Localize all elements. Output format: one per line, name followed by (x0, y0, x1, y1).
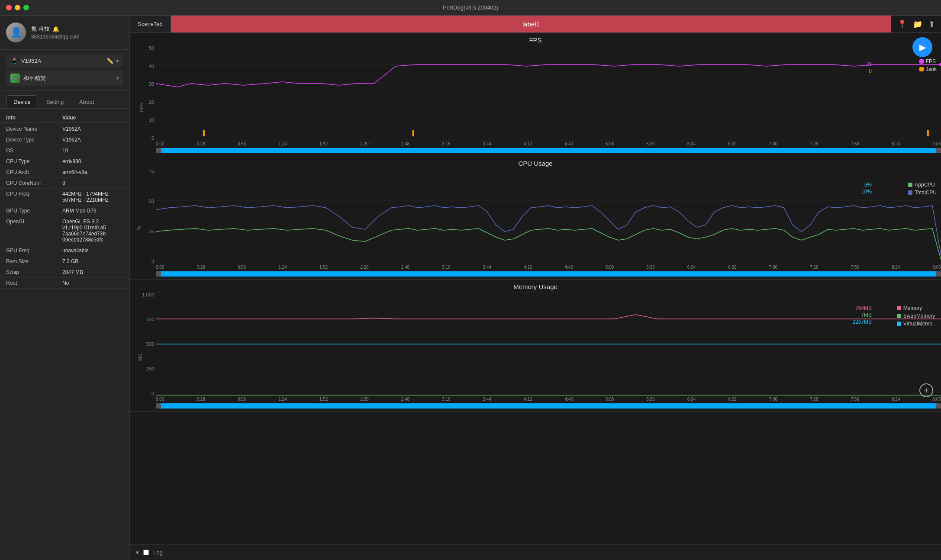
memory-scroll-left-handle[interactable] (156, 403, 161, 409)
swap-legend-dot (897, 314, 901, 318)
cpu-legend-app: AppCPU (908, 182, 937, 188)
close-button[interactable] (6, 5, 12, 10)
user-email: 863136584@qq.com (31, 34, 80, 40)
cpu-scroll-right-handle[interactable] (936, 271, 941, 277)
jank-legend-label: Jank (926, 66, 937, 72)
memory-chart-body: MB 1,0007505002500 (130, 292, 941, 409)
collapse-icon: ▾ (136, 549, 139, 556)
info-row: RootNo (0, 278, 129, 289)
info-value: 10 (62, 148, 123, 154)
cpu-y-label: % (136, 226, 142, 230)
location-icon[interactable]: 📍 (897, 19, 907, 29)
cpu-chart-title: CPU Usage (130, 156, 941, 169)
notification-icon[interactable]: 🔔 (52, 26, 59, 32)
fps-scroll-right-handle[interactable] (936, 148, 941, 153)
memory-scrollbar[interactable] (156, 403, 941, 409)
memory-legend: Memory SwapMemory VirtualMemo... (897, 305, 937, 327)
device-chevron-icon[interactable]: ▾ (116, 58, 119, 64)
memory-plot: 764MB 7MB 2267MB Memory SwapMemory (156, 292, 941, 409)
fps-legend-label: FPS (926, 58, 936, 64)
info-key: Device Name (6, 126, 62, 132)
fps-scroll-left-handle[interactable] (156, 148, 161, 153)
minimize-button[interactable] (15, 5, 20, 10)
appcpu-legend-label: AppCPU (915, 182, 935, 188)
info-value: No (62, 280, 123, 286)
fps-legend-dot (919, 59, 924, 64)
user-name-text: 氪 科技 (31, 25, 50, 33)
info-row: Device TypeV1962A (0, 135, 129, 145)
info-value: arm64-v8a (62, 169, 123, 175)
play-button[interactable]: ▶ (912, 37, 932, 57)
fps-y-label: FPS (139, 103, 144, 112)
info-header: Info Value (0, 113, 129, 123)
info-key: GPU Type (6, 208, 62, 214)
scene-label: label1 (171, 16, 891, 32)
maximize-button[interactable] (23, 5, 29, 10)
memory-scroll-right-handle[interactable] (936, 403, 941, 409)
info-key: CPU Type (6, 158, 62, 164)
memory-legend-virtual: VirtualMemo... (897, 321, 937, 327)
window-controls (6, 5, 29, 10)
add-chart-button[interactable]: + (919, 383, 933, 397)
fps-legend: FPS Jank (919, 58, 937, 72)
app-icon: 🎮 (10, 74, 20, 83)
info-row: GPU Frequnavailable (0, 245, 129, 256)
info-row: Swap2047 MB (0, 267, 129, 278)
memory-y-axis: 1,0007505002500 (130, 292, 156, 396)
top-icons: 📍 📁 ⬆ (891, 19, 941, 29)
folder-icon[interactable]: 📁 (913, 19, 922, 29)
device-info-table: Info Value Device NameV1962ADevice TypeV… (0, 109, 129, 560)
info-row: CPU Freq442MHz - 1794MHz 507MHz - 2210MH… (0, 189, 129, 206)
collapse-button[interactable]: ▾ (136, 549, 139, 556)
app-chevron-icon[interactable]: ▾ (116, 75, 119, 81)
info-key: GPU Freq (6, 248, 62, 254)
device-name: V1962A (21, 58, 103, 64)
edit-icon[interactable]: ✏️ (106, 58, 113, 64)
charts-area: ▶ FPS FPS 50403020100 (130, 33, 941, 544)
info-value: 7.3 GB (62, 258, 123, 264)
app-name: 和平精英 (23, 74, 113, 82)
fps-svg (156, 45, 941, 141)
fps-scrollbar[interactable] (156, 148, 941, 153)
fps-plot: 29 0 FPS Jank (156, 45, 941, 154)
scene-bar: SceneTab label1 📍 📁 ⬆ (130, 16, 941, 33)
info-value: erdv980 (62, 158, 123, 164)
info-value: ARM Mali-G76 (62, 208, 123, 214)
totalcpu-legend-dot (908, 190, 912, 195)
cpu-legend-total: TotalCPU (908, 190, 937, 196)
cpu-y-axis: 7550250 (130, 169, 156, 264)
info-key: Root (6, 280, 62, 286)
cpu-total-value: 10% (861, 189, 872, 195)
device-section: 📱 V1962A ✏️ ▾ 🎮 和平精英 ▾ (0, 50, 129, 91)
scene-tab-button[interactable]: SceneTab (130, 16, 171, 32)
info-row: CPU Archarm64-v8a (0, 167, 129, 178)
tab-device[interactable]: Device (6, 95, 38, 108)
tab-setting[interactable]: Setting (39, 95, 71, 108)
info-key: CPU Freq (6, 191, 62, 203)
info-value: 2047 MB (62, 269, 123, 275)
app-title: PerfDog(v3.5.200402) (443, 4, 498, 11)
avatar: 👤 (6, 23, 26, 42)
fps-chart: FPS FPS 50403020100 (130, 33, 941, 156)
memory-legend-mem: Memory (897, 305, 937, 311)
cpu-scroll-left-handle[interactable] (156, 271, 161, 277)
cpu-scrollbar[interactable] (156, 271, 941, 277)
device-row[interactable]: 📱 V1962A ✏️ ▾ (6, 54, 123, 67)
fps-chart-body: FPS 50403020100 (130, 45, 941, 154)
memory-x-axis: 0:000:280:561:241:522:202:483:163:444:12… (156, 396, 941, 402)
info-col-value-header: Value (62, 115, 123, 121)
tab-about[interactable]: About (72, 95, 101, 108)
log-checkbox[interactable] (143, 550, 149, 555)
memory-y-label: MB (138, 354, 143, 361)
fps-legend-jank: Jank (919, 66, 937, 72)
sidebar: 👤 氪 科技 🔔 863136584@qq.com 📱 V1962A ✏️ ▾ (0, 16, 130, 560)
appcpu-legend-dot (908, 183, 912, 187)
app-row[interactable]: 🎮 和平精英 ▾ (6, 71, 123, 86)
info-row: Ram Size7.3 GB (0, 256, 129, 267)
user-info: 氪 科技 🔔 863136584@qq.com (31, 25, 80, 40)
upload-icon[interactable]: ⬆ (928, 19, 935, 29)
info-value: V1962A (62, 137, 123, 143)
info-row: OS10 (0, 145, 129, 156)
jank-legend-dot (919, 67, 924, 71)
cpu-legend: AppCPU TotalCPU (908, 182, 937, 196)
